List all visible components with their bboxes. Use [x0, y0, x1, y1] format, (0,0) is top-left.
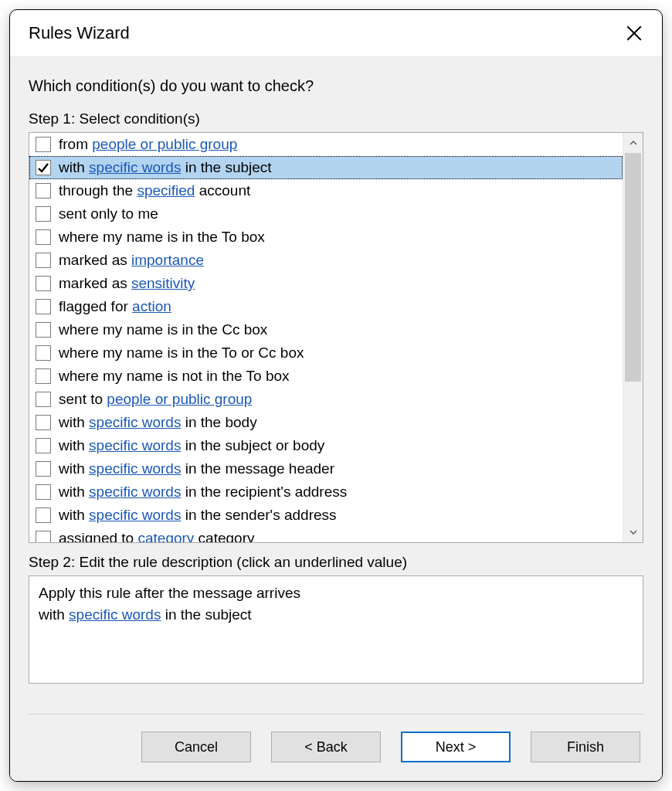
- scroll-up-button[interactable]: [623, 133, 643, 153]
- condition-text-fragment: with: [59, 484, 89, 500]
- condition-text-fragment: in the recipient's address: [181, 484, 347, 500]
- condition-text-fragment: category: [194, 530, 254, 542]
- condition-checkbox[interactable]: [36, 206, 51, 222]
- condition-checkbox[interactable]: [36, 461, 51, 477]
- condition-row[interactable]: with specific words in the subject: [29, 156, 623, 179]
- step2-label: Step 2: Edit the rule description (click…: [29, 554, 643, 571]
- condition-row[interactable]: where my name is in the To or Cc box: [29, 341, 623, 365]
- step1-label: Step 1: Select condition(s): [29, 110, 643, 127]
- scrollbar[interactable]: [623, 133, 643, 542]
- condition-text: through the specified account: [59, 180, 250, 202]
- rule-desc-link-specific-words[interactable]: specific words: [69, 606, 161, 623]
- dialog-footer: Cancel < Back Next > Finish: [29, 700, 643, 766]
- condition-text: with specific words in the message heade…: [59, 458, 334, 480]
- next-button[interactable]: Next >: [401, 732, 511, 762]
- condition-text: where my name is in the Cc box: [59, 319, 267, 341]
- condition-text: with specific words in the sender's addr…: [59, 504, 337, 526]
- condition-checkbox[interactable]: [36, 368, 51, 384]
- condition-row[interactable]: marked as importance: [29, 249, 623, 272]
- condition-link[interactable]: sensitivity: [131, 275, 195, 291]
- condition-row[interactable]: flagged for action: [29, 295, 623, 318]
- condition-row[interactable]: with specific words in the sender's addr…: [29, 504, 623, 527]
- condition-link[interactable]: people or public group: [107, 391, 252, 407]
- condition-link[interactable]: people or public group: [92, 136, 237, 152]
- condition-row[interactable]: with specific words in the subject or bo…: [29, 434, 623, 457]
- condition-text: flagged for action: [59, 296, 171, 317]
- condition-row[interactable]: through the specified account: [29, 179, 623, 202]
- condition-text: sent only to me: [59, 203, 158, 225]
- rule-desc-text: with: [39, 606, 69, 623]
- chevron-down-icon: [630, 528, 637, 536]
- condition-checkbox[interactable]: [36, 160, 51, 175]
- condition-row[interactable]: with specific words in the body: [29, 411, 623, 434]
- condition-checkbox[interactable]: [36, 531, 51, 542]
- conditions-listbox[interactable]: from people or public groupwith specific…: [29, 132, 643, 543]
- condition-link[interactable]: specific words: [89, 159, 181, 175]
- condition-text-fragment: with: [59, 414, 89, 430]
- back-button[interactable]: < Back: [271, 732, 381, 762]
- scroll-thumb[interactable]: [625, 153, 641, 382]
- rule-description-line: Apply this rule after the message arrive…: [39, 582, 633, 604]
- condition-link[interactable]: specific words: [89, 414, 181, 430]
- condition-text: where my name is in the To or Cc box: [59, 342, 304, 364]
- condition-link[interactable]: specified: [137, 182, 195, 199]
- condition-text-fragment: where my name is in the To box: [59, 229, 265, 245]
- condition-text-fragment: flagged for: [59, 298, 132, 314]
- condition-checkbox[interactable]: [36, 137, 51, 152]
- condition-checkbox[interactable]: [36, 253, 51, 268]
- condition-checkbox[interactable]: [36, 484, 51, 500]
- condition-link[interactable]: importance: [131, 252, 204, 268]
- chevron-up-icon: [630, 139, 637, 147]
- cancel-button[interactable]: Cancel: [141, 732, 251, 762]
- condition-checkbox[interactable]: [36, 415, 51, 430]
- condition-checkbox[interactable]: [36, 438, 51, 453]
- condition-link[interactable]: action: [132, 298, 171, 314]
- condition-text-fragment: in the body: [181, 414, 256, 430]
- finish-button[interactable]: Finish: [531, 732, 640, 762]
- condition-checkbox[interactable]: [36, 392, 51, 407]
- condition-text-fragment: through the: [59, 182, 137, 199]
- condition-checkbox[interactable]: [36, 229, 51, 245]
- scroll-track[interactable]: [623, 153, 643, 522]
- condition-row[interactable]: where my name is not in the To box: [29, 365, 623, 388]
- condition-checkbox[interactable]: [36, 276, 51, 291]
- condition-text-fragment: in the message header: [181, 460, 334, 477]
- condition-text: sent to people or public group: [59, 389, 252, 410]
- condition-checkbox[interactable]: [36, 508, 51, 523]
- scroll-down-button[interactable]: [623, 522, 643, 542]
- condition-row[interactable]: from people or public group: [29, 133, 623, 156]
- condition-text-fragment: from: [59, 136, 92, 152]
- condition-checkbox[interactable]: [36, 345, 51, 361]
- condition-link[interactable]: specific words: [89, 484, 181, 500]
- condition-row[interactable]: where my name is in the To box: [29, 226, 623, 249]
- condition-checkbox[interactable]: [36, 183, 51, 199]
- condition-row[interactable]: assigned to category category: [29, 527, 623, 542]
- condition-row[interactable]: marked as sensitivity: [29, 272, 623, 295]
- rules-wizard-dialog: Rules Wizard Which condition(s) do you w…: [9, 9, 663, 782]
- condition-text-fragment: with: [59, 159, 89, 175]
- condition-text: where my name is not in the To box: [59, 365, 290, 387]
- condition-text-fragment: in the subject: [181, 159, 271, 175]
- condition-link[interactable]: specific words: [89, 460, 181, 477]
- rule-description-box: Apply this rule after the message arrive…: [29, 575, 643, 684]
- titlebar: Rules Wizard: [10, 10, 662, 56]
- condition-row[interactable]: with specific words in the message heade…: [29, 457, 623, 480]
- condition-row[interactable]: sent only to me: [29, 202, 623, 226]
- condition-row[interactable]: sent to people or public group: [29, 388, 623, 411]
- condition-text-fragment: in the subject or body: [181, 437, 324, 453]
- condition-checkbox[interactable]: [36, 322, 51, 338]
- condition-text-fragment: marked as: [59, 252, 131, 268]
- question-text: Which condition(s) do you want to check?: [29, 77, 643, 95]
- condition-link[interactable]: specific words: [89, 437, 181, 453]
- condition-text-fragment: assigned to: [59, 530, 137, 542]
- condition-checkbox[interactable]: [36, 299, 51, 314]
- condition-link[interactable]: category: [137, 530, 194, 542]
- condition-row[interactable]: where my name is in the Cc box: [29, 318, 623, 341]
- condition-text-fragment: in the sender's address: [181, 507, 336, 523]
- close-button[interactable]: [622, 21, 647, 46]
- condition-text-fragment: where my name is not in the To box: [59, 368, 290, 384]
- condition-row[interactable]: with specific words in the recipient's a…: [29, 480, 623, 504]
- condition-text: where my name is in the To box: [59, 226, 265, 248]
- condition-text-fragment: sent to: [59, 391, 107, 407]
- condition-link[interactable]: specific words: [89, 507, 181, 523]
